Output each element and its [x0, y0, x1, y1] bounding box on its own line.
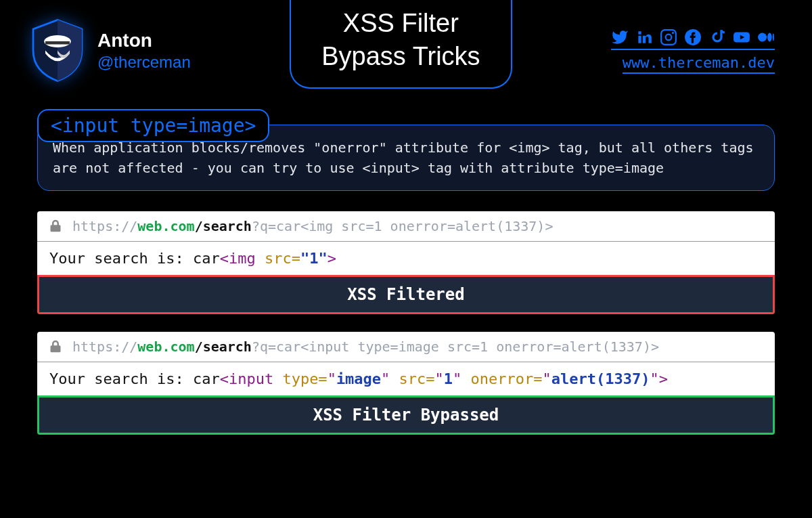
result-bar: Your search is: car<input type="image" s… [37, 362, 775, 395]
profile: Anton @therceman [27, 17, 191, 85]
url-text: https://web.com/search?q=car<img src=1 o… [72, 218, 553, 234]
url-text: https://web.com/search?q=car<input type=… [72, 339, 659, 355]
profile-text: Anton @therceman [97, 30, 191, 72]
svg-point-7 [758, 33, 767, 41]
facebook-icon[interactable] [684, 28, 702, 46]
instagram-icon[interactable] [660, 28, 677, 46]
example-filtered: https://web.com/search?q=car<img src=1 o… [37, 211, 775, 314]
tiktok-icon[interactable] [708, 28, 726, 46]
medium-icon[interactable] [757, 28, 775, 46]
url-bar: https://web.com/search?q=car<input type=… [37, 332, 775, 362]
lock-icon [49, 340, 62, 353]
linkedin-icon[interactable] [635, 28, 653, 46]
social-icons [611, 28, 775, 50]
socials: www.therceman.dev [611, 28, 775, 74]
title-box: XSS Filter Bypass Tricks [290, 0, 512, 89]
shield-logo [27, 17, 88, 85]
svg-point-3 [666, 35, 672, 41]
status-bypassed: XSS Filter Bypassed [37, 395, 775, 435]
example-bypassed: https://web.com/search?q=car<input type=… [37, 332, 775, 435]
svg-point-8 [767, 33, 772, 41]
youtube-icon[interactable] [733, 28, 750, 46]
title-line1: XSS Filter [321, 7, 480, 40]
lock-icon [49, 219, 62, 233]
header: Anton @therceman XSS Filter Bypass Trick… [0, 0, 812, 89]
title-line2: Bypass Tricks [321, 40, 480, 73]
svg-point-4 [672, 32, 674, 34]
svg-rect-1 [45, 41, 70, 45]
status-filtered: XSS Filtered [37, 275, 775, 314]
website-link[interactable]: www.therceman.dev [623, 54, 775, 74]
info-tag: <input type=image> [37, 109, 269, 142]
profile-handle[interactable]: @therceman [97, 53, 191, 72]
url-bar: https://web.com/search?q=car<img src=1 o… [37, 211, 775, 242]
svg-point-9 [773, 33, 774, 41]
result-bar: Your search is: car<img src="1"> [37, 242, 775, 275]
content: <input type=image> When application bloc… [0, 89, 812, 435]
info-section: <input type=image> When application bloc… [37, 109, 775, 191]
profile-name: Anton [97, 30, 191, 51]
twitter-icon[interactable] [611, 28, 629, 46]
